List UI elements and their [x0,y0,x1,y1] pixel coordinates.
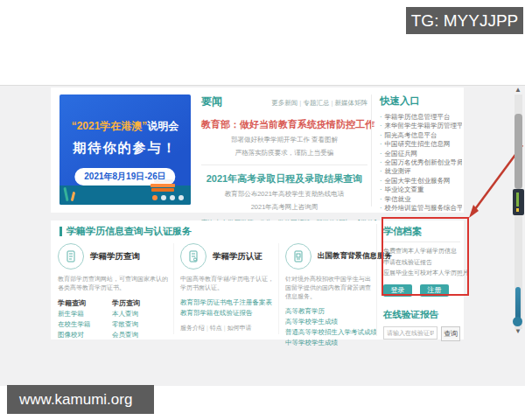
login-button[interactable]: 登录 [383,284,412,297]
service-link[interactable]: 本人查询 [112,309,166,319]
column-divider [376,224,377,336]
service-link[interactable]: 教育部学历证书电子注册备案表 [180,298,278,308]
register-button[interactable]: 注册 [420,284,449,297]
certificate-icon [180,243,206,270]
archive-line: 应届毕业生可校对本人学历照片 [383,268,460,279]
quick-entry-link[interactable]: 全国征兵网 [380,150,462,158]
service-links: 教育部学历证书电子注册备案表教育部学籍在线验证报告 [180,298,278,318]
screenshot-root: TG: MYYJJPP “2021学在港澳”说明会 期待你的参与！ 2021年8… [0,0,525,420]
service-footer-link[interactable]: 服务介绍 [180,325,205,331]
carousel-dots[interactable] [152,195,184,200]
quick-entry-list: 学籍学历信息管理平台来华留学生学籍学历管理平台阳光高考信息平台中国研究生招生信息… [380,113,462,213]
section-accent-bar [60,227,62,236]
right-column: 学信档案 免费查询本人学籍学历信息 申请在线验证报告 应届毕业生可校对本人学历照… [383,220,460,341]
quick-entry-link[interactable]: 校外培训监管与服务综合平台 [380,204,462,213]
service-footer-links: 服务介绍特点如何申请 [180,324,278,332]
archive-line: 免费查询本人学籍学历信息 [383,246,460,257]
subcol-header: 学历查询 [112,298,166,309]
banner-title: “2021学在港澳”说明会 [60,119,191,134]
banner-title-rest: 说明会 [147,120,178,132]
news-subline[interactable]: 严格落实防疫要求，谨防上当受骗 [201,149,368,158]
service-column-query: 学籍学历查询 教育部学历查询网站，可查询国家承认的各类高等教育学历证书。 学籍查… [58,243,174,334]
divider [383,242,460,242]
quick-entry-header: 快速入口 [380,94,462,108]
verify-query-button[interactable]: 查询 [441,326,460,341]
subcol-list: 本人查询零散查询会员查询 [112,309,166,340]
service-desc: 针对境外高校招收中国学生与出国留学提供的国内教育背景调查信息服务。 [285,275,376,301]
quick-entry-link[interactable]: 就业测评 [380,167,462,176]
banner-subtitle: 期待你的参与！ [60,140,191,157]
site-watermark-text: www.kamumi.org [19,391,132,409]
service-footer-link[interactable]: 如何申请 [222,325,252,331]
service-link[interactable]: 图像校对 [58,330,112,340]
banner-title-highlight: “2021学在港澳” [72,120,148,132]
books-illustration [150,178,175,192]
subcol-list: 新生学籍在校生学籍图像校对 [58,309,112,340]
service-link[interactable]: 会员查询 [112,330,166,340]
telegram-watermark: TG: MYYJJPP [406,7,523,34]
carousel-dot[interactable] [170,195,175,200]
news-section: 要闻 更多新闻专题汇总新媒体矩阵 教育部：做好当前教育系统疫情防控工作 部署做好… [201,94,368,206]
scrollbar-down-arrow[interactable]: ▼ [513,327,523,335]
news-divider [201,164,368,165]
services-card: 学籍学历信息查询与认证服务 学籍学历查询 教育部学历查询网站，可查询国家承认的各… [51,220,464,340]
news-subline[interactable]: 2021年高考网上咨询周 [201,203,368,212]
service-title[interactable]: 学籍学历查询 [90,251,140,262]
service-link[interactable]: 在校生学籍 [58,319,112,330]
verify-report-header: 在线验证报告 [383,309,460,321]
quick-entry-link[interactable]: 来华留学生学籍学历管理平台 [380,122,462,130]
carousel-dot[interactable] [178,195,184,200]
news-header-link[interactable]: 更多新闻 [271,99,298,107]
telegram-watermark-text: TG: MYYJJPP [411,11,518,31]
service-title[interactable]: 出国教育背景信息服务 [318,251,392,262]
service-link[interactable]: 中等学校学生成绩 [285,338,376,348]
news-subline[interactable]: 部署做好秋季学期开学工作 查看图解 [201,136,368,144]
service-footer-link[interactable]: 特点 [205,325,222,331]
service-desc: 教育部学历查询网站，可查询国家承认的各类高等教育学历证书。 [58,275,173,292]
service-links: 高等教育学历高等学校学生成绩普通高等学校招生入学考试成绩中等学校学生成绩 [285,306,376,348]
archive-header: 学信档案 [383,220,460,238]
news-subline[interactable]: 教育部公布2021年高校学生资助热线电话 [201,190,368,199]
scrollbar-thumb[interactable] [514,114,522,189]
document-icon [58,243,84,270]
service-link[interactable]: 新生学籍 [58,309,112,319]
service-link[interactable]: 普通高等学校招生入学考试成绩 [285,327,376,338]
annotation-pen-tool[interactable] [515,287,521,320]
service-link[interactable]: 高等学校学生成绩 [285,317,376,327]
globe-document-icon [285,243,312,270]
carousel-dot-active[interactable] [152,195,158,200]
column-divider [371,94,372,206]
service-link[interactable]: 教育部学籍在线验证报告 [180,308,278,318]
news-header-link[interactable]: 新媒体矩阵 [329,99,368,107]
promo-banner[interactable]: “2021学在港澳”说明会 期待你的参与！ 2021年8月19日-26日 [60,94,191,205]
annotation-pen-tip [513,317,522,326]
quick-entry-link[interactable]: 学信就业 [380,195,462,204]
quick-entry-link[interactable]: 全国大学生创业服务网 [380,177,462,186]
verify-code-input[interactable] [383,326,438,340]
news-header-link[interactable]: 专题汇总 [298,99,329,107]
carousel-dot[interactable] [161,195,166,200]
subcol-header: 学籍查询 [58,298,112,309]
service-desc: 中国高等教育学籍/学历电子认证，学历书面认证。 [180,275,278,292]
services-header: 学籍学历信息查询与认证服务 [66,225,192,238]
quick-entry-link[interactable]: 学籍学历信息管理平台 [380,113,462,122]
service-column-abroad: 出国教育背景信息服务 针对境外高校招收中国学生与出国留学提供的国内教育背景调查信… [285,243,376,334]
news-header-links: 更多新闻专题汇总新媒体矩阵 [271,99,368,108]
quick-entry-section: 快速入口 学籍学历信息管理平台来华留学生学籍学历管理平台阳光高考信息平台中国研究… [380,94,462,213]
service-title[interactable]: 学籍学历认证 [213,251,262,262]
quick-entry-link[interactable]: 阳光高考信息平台 [380,131,462,140]
service-link[interactable]: 零散查询 [112,319,166,330]
quick-entry-link[interactable]: 毕业论文查重 [380,186,462,194]
archive-line: 申请在线验证报告 [383,257,460,269]
service-link[interactable]: 高等教育学历 [285,306,376,317]
quick-entry-link[interactable]: 全国万名优秀创新创业导师人才库 [380,158,462,167]
browser-side-widget[interactable] [513,189,524,215]
scrollbar-up-arrow[interactable]: ▲ [513,86,523,94]
site-watermark: www.kamumi.org [7,385,154,414]
news-headline-1[interactable]: 教育部：做好当前教育系统疫情防控工作 [201,118,368,131]
service-column-certify: 学籍学历认证 中国高等教育学籍/学历电子认证，学历书面认证。 教育部学历证书电子… [180,243,279,334]
quick-entry-link[interactable]: 中国研究生招生信息网 [380,140,462,149]
top-content-card: “2021学在港澳”说明会 期待你的参与！ 2021年8月19日-26日 要闻 … [51,88,464,213]
news-headline-2[interactable]: 2021年高考录取日程及录取结果查询 [201,172,368,186]
news-header: 要闻 [201,94,222,109]
